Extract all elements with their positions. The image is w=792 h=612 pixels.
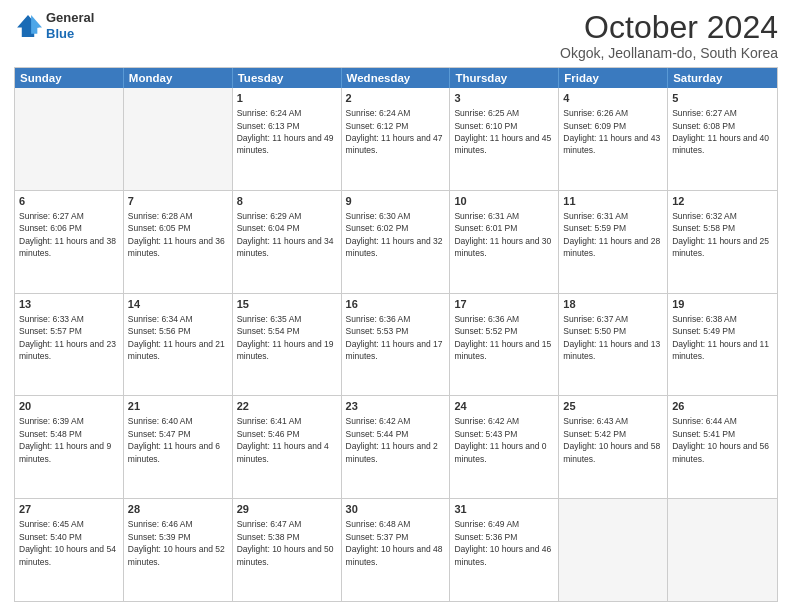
- day-info: Sunrise: 6:33 AM Sunset: 5:57 PM Dayligh…: [19, 314, 116, 361]
- day-info: Sunrise: 6:46 AM Sunset: 5:39 PM Dayligh…: [128, 519, 225, 566]
- day-number: 22: [237, 399, 337, 414]
- day-number: 30: [346, 502, 446, 517]
- day-number: 19: [672, 297, 773, 312]
- day-info: Sunrise: 6:38 AM Sunset: 5:49 PM Dayligh…: [672, 314, 769, 361]
- day-number: 24: [454, 399, 554, 414]
- calendar-cell: 9Sunrise: 6:30 AM Sunset: 6:02 PM Daylig…: [342, 191, 451, 293]
- day-info: Sunrise: 6:36 AM Sunset: 5:53 PM Dayligh…: [346, 314, 443, 361]
- calendar-row: 6Sunrise: 6:27 AM Sunset: 6:06 PM Daylig…: [15, 191, 777, 294]
- calendar-cell: [15, 88, 124, 190]
- logo-text: General Blue: [46, 10, 94, 41]
- calendar-cell: 25Sunrise: 6:43 AM Sunset: 5:42 PM Dayli…: [559, 396, 668, 498]
- day-number: 9: [346, 194, 446, 209]
- calendar-cell: [124, 88, 233, 190]
- day-number: 7: [128, 194, 228, 209]
- day-number: 20: [19, 399, 119, 414]
- calendar-row: 13Sunrise: 6:33 AM Sunset: 5:57 PM Dayli…: [15, 294, 777, 397]
- header: General Blue October 2024 Okgok, Jeollan…: [14, 10, 778, 61]
- day-info: Sunrise: 6:31 AM Sunset: 6:01 PM Dayligh…: [454, 211, 551, 258]
- day-number: 16: [346, 297, 446, 312]
- day-number: 21: [128, 399, 228, 414]
- day-info: Sunrise: 6:47 AM Sunset: 5:38 PM Dayligh…: [237, 519, 334, 566]
- day-number: 1: [237, 91, 337, 106]
- logo-general: General: [46, 10, 94, 26]
- calendar-cell: 13Sunrise: 6:33 AM Sunset: 5:57 PM Dayli…: [15, 294, 124, 396]
- day-info: Sunrise: 6:24 AM Sunset: 6:12 PM Dayligh…: [346, 108, 443, 155]
- day-info: Sunrise: 6:29 AM Sunset: 6:04 PM Dayligh…: [237, 211, 334, 258]
- day-info: Sunrise: 6:34 AM Sunset: 5:56 PM Dayligh…: [128, 314, 225, 361]
- logo: General Blue: [14, 10, 94, 41]
- calendar-cell: 26Sunrise: 6:44 AM Sunset: 5:41 PM Dayli…: [668, 396, 777, 498]
- calendar-cell: 10Sunrise: 6:31 AM Sunset: 6:01 PM Dayli…: [450, 191, 559, 293]
- calendar-cell: 3Sunrise: 6:25 AM Sunset: 6:10 PM Daylig…: [450, 88, 559, 190]
- weekday-header: Thursday: [450, 68, 559, 88]
- calendar-cell: 20Sunrise: 6:39 AM Sunset: 5:48 PM Dayli…: [15, 396, 124, 498]
- calendar-cell: 23Sunrise: 6:42 AM Sunset: 5:44 PM Dayli…: [342, 396, 451, 498]
- calendar-cell: 30Sunrise: 6:48 AM Sunset: 5:37 PM Dayli…: [342, 499, 451, 601]
- calendar-cell: [668, 499, 777, 601]
- day-info: Sunrise: 6:41 AM Sunset: 5:46 PM Dayligh…: [237, 416, 329, 463]
- logo-blue: Blue: [46, 26, 94, 42]
- weekday-header: Sunday: [15, 68, 124, 88]
- calendar-cell: 27Sunrise: 6:45 AM Sunset: 5:40 PM Dayli…: [15, 499, 124, 601]
- svg-marker-1: [31, 15, 42, 34]
- day-number: 13: [19, 297, 119, 312]
- day-info: Sunrise: 6:42 AM Sunset: 5:44 PM Dayligh…: [346, 416, 438, 463]
- day-info: Sunrise: 6:36 AM Sunset: 5:52 PM Dayligh…: [454, 314, 551, 361]
- day-number: 17: [454, 297, 554, 312]
- day-info: Sunrise: 6:44 AM Sunset: 5:41 PM Dayligh…: [672, 416, 769, 463]
- calendar-row: 20Sunrise: 6:39 AM Sunset: 5:48 PM Dayli…: [15, 396, 777, 499]
- day-info: Sunrise: 6:30 AM Sunset: 6:02 PM Dayligh…: [346, 211, 443, 258]
- day-number: 12: [672, 194, 773, 209]
- calendar-cell: 17Sunrise: 6:36 AM Sunset: 5:52 PM Dayli…: [450, 294, 559, 396]
- day-number: 2: [346, 91, 446, 106]
- calendar: SundayMondayTuesdayWednesdayThursdayFrid…: [14, 67, 778, 602]
- day-info: Sunrise: 6:40 AM Sunset: 5:47 PM Dayligh…: [128, 416, 220, 463]
- calendar-cell: 16Sunrise: 6:36 AM Sunset: 5:53 PM Dayli…: [342, 294, 451, 396]
- calendar-cell: 28Sunrise: 6:46 AM Sunset: 5:39 PM Dayli…: [124, 499, 233, 601]
- weekday-header: Monday: [124, 68, 233, 88]
- day-number: 26: [672, 399, 773, 414]
- calendar-cell: 12Sunrise: 6:32 AM Sunset: 5:58 PM Dayli…: [668, 191, 777, 293]
- day-info: Sunrise: 6:39 AM Sunset: 5:48 PM Dayligh…: [19, 416, 111, 463]
- day-number: 25: [563, 399, 663, 414]
- day-number: 29: [237, 502, 337, 517]
- calendar-cell: 4Sunrise: 6:26 AM Sunset: 6:09 PM Daylig…: [559, 88, 668, 190]
- page: General Blue October 2024 Okgok, Jeollan…: [0, 0, 792, 612]
- day-number: 31: [454, 502, 554, 517]
- calendar-cell: 15Sunrise: 6:35 AM Sunset: 5:54 PM Dayli…: [233, 294, 342, 396]
- calendar-cell: 5Sunrise: 6:27 AM Sunset: 6:08 PM Daylig…: [668, 88, 777, 190]
- day-number: 5: [672, 91, 773, 106]
- calendar-cell: 14Sunrise: 6:34 AM Sunset: 5:56 PM Dayli…: [124, 294, 233, 396]
- calendar-cell: 21Sunrise: 6:40 AM Sunset: 5:47 PM Dayli…: [124, 396, 233, 498]
- calendar-cell: 6Sunrise: 6:27 AM Sunset: 6:06 PM Daylig…: [15, 191, 124, 293]
- calendar-cell: 29Sunrise: 6:47 AM Sunset: 5:38 PM Dayli…: [233, 499, 342, 601]
- calendar-cell: 19Sunrise: 6:38 AM Sunset: 5:49 PM Dayli…: [668, 294, 777, 396]
- day-number: 18: [563, 297, 663, 312]
- day-number: 4: [563, 91, 663, 106]
- weekday-header: Tuesday: [233, 68, 342, 88]
- day-number: 23: [346, 399, 446, 414]
- logo-icon: [14, 12, 42, 40]
- day-info: Sunrise: 6:35 AM Sunset: 5:54 PM Dayligh…: [237, 314, 334, 361]
- month-title: October 2024: [560, 10, 778, 45]
- weekday-header: Friday: [559, 68, 668, 88]
- day-info: Sunrise: 6:48 AM Sunset: 5:37 PM Dayligh…: [346, 519, 443, 566]
- day-info: Sunrise: 6:32 AM Sunset: 5:58 PM Dayligh…: [672, 211, 769, 258]
- day-number: 3: [454, 91, 554, 106]
- calendar-row: 1Sunrise: 6:24 AM Sunset: 6:13 PM Daylig…: [15, 88, 777, 191]
- calendar-cell: 11Sunrise: 6:31 AM Sunset: 5:59 PM Dayli…: [559, 191, 668, 293]
- day-number: 28: [128, 502, 228, 517]
- title-block: October 2024 Okgok, Jeollanam-do, South …: [560, 10, 778, 61]
- calendar-cell: 18Sunrise: 6:37 AM Sunset: 5:50 PM Dayli…: [559, 294, 668, 396]
- calendar-cell: 1Sunrise: 6:24 AM Sunset: 6:13 PM Daylig…: [233, 88, 342, 190]
- day-info: Sunrise: 6:37 AM Sunset: 5:50 PM Dayligh…: [563, 314, 660, 361]
- calendar-cell: 24Sunrise: 6:42 AM Sunset: 5:43 PM Dayli…: [450, 396, 559, 498]
- day-number: 11: [563, 194, 663, 209]
- day-number: 27: [19, 502, 119, 517]
- day-number: 8: [237, 194, 337, 209]
- weekday-header: Wednesday: [342, 68, 451, 88]
- day-info: Sunrise: 6:49 AM Sunset: 5:36 PM Dayligh…: [454, 519, 551, 566]
- calendar-cell: 7Sunrise: 6:28 AM Sunset: 6:05 PM Daylig…: [124, 191, 233, 293]
- day-info: Sunrise: 6:26 AM Sunset: 6:09 PM Dayligh…: [563, 108, 660, 155]
